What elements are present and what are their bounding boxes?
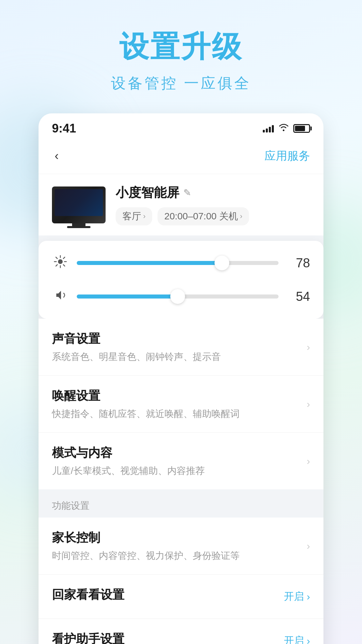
settings-sound-desc: 系统音色、明星音色、闹钟铃声、提示音 — [52, 351, 300, 363]
wifi-icon — [279, 123, 289, 134]
settings-parental-title: 家长控制 — [52, 530, 300, 546]
brightness-track — [77, 261, 279, 265]
settings-item-mode[interactable]: 模式与内容 儿童/长辈模式、视觉辅助、内容推荐 › — [39, 433, 323, 489]
settings-parental-arrow: › — [307, 540, 310, 552]
settings-homewatch-title: 回家看看设置 — [52, 587, 284, 603]
battery-icon — [293, 124, 310, 133]
app-services-button[interactable]: 应用服务 — [264, 148, 310, 164]
tv-image — [52, 186, 106, 223]
care-status: 开启 › — [284, 634, 310, 644]
volume-value: 54 — [287, 289, 310, 304]
brightness-fill — [77, 261, 222, 265]
brightness-row: 78 — [52, 253, 310, 273]
signal-icon — [263, 124, 274, 132]
device-tags: 客厅 › 20:00–07:00 关机 › — [116, 207, 310, 225]
status-bar: 9:41 — [39, 113, 323, 141]
device-name-row: 小度智能屏 ✎ — [116, 184, 310, 201]
settings-mode-desc: 儿童/长辈模式、视觉辅助、内容推荐 — [52, 465, 300, 477]
svg-point-0 — [58, 259, 63, 264]
controls-card: 78 54 — [39, 241, 323, 319]
volume-icon — [52, 288, 69, 305]
volume-fill — [77, 294, 178, 299]
settings-sound-arrow: › — [307, 341, 310, 353]
settings-item-parental[interactable]: 家长控制 时间管控、内容管控、视力保护、身份验证等 › — [39, 518, 323, 575]
settings-item-sound-content: 声音设置 系统音色、明星音色、闹钟铃声、提示音 — [52, 331, 300, 363]
care-status-text: 开启 — [284, 634, 304, 644]
settings-parental-content: 家长控制 时间管控、内容管控、视力保护、身份验证等 — [52, 530, 300, 562]
page-subtitle: 设备管控 一应俱全 — [111, 73, 251, 93]
svg-line-8 — [56, 265, 57, 266]
homewatch-status-text: 开启 — [284, 590, 304, 603]
brightness-thumb[interactable] — [215, 256, 229, 270]
schedule-chevron: › — [240, 212, 242, 221]
phone-mockup: 9:41 — [39, 113, 323, 644]
settings-item-wakeup[interactable]: 唤醒设置 快捷指令、随机应答、就近唤醒、辅助唤醒词 › — [39, 376, 323, 433]
svg-line-7 — [63, 257, 65, 258]
status-time: 9:41 — [52, 121, 76, 136]
device-info: 小度智能屏 ✎ 客厅 › 20:00–07:00 关机 › — [116, 184, 310, 225]
settings-care-title: 看护助手设置 — [52, 631, 284, 644]
settings-item-mode-content: 模式与内容 儿童/长辈模式、视觉辅助、内容推荐 — [52, 445, 300, 477]
brightness-value: 78 — [287, 256, 310, 270]
brightness-slider[interactable] — [77, 253, 279, 273]
settings-mode-title: 模式与内容 — [52, 445, 300, 461]
settings-section-function: 家长控制 时间管控、内容管控、视力保护、身份验证等 › 回家看看设置 开启 › … — [39, 518, 323, 644]
settings-wakeup-desc: 快捷指令、随机应答、就近唤醒、辅助唤醒词 — [52, 408, 300, 420]
volume-track — [77, 294, 279, 299]
device-card: 小度智能屏 ✎ 客厅 › 20:00–07:00 关机 › — [39, 174, 323, 235]
settings-item-care[interactable]: 看护助手设置 开启 › — [39, 619, 323, 644]
settings-wakeup-title: 唤醒设置 — [52, 388, 300, 404]
nav-bar: ‹ 应用服务 — [39, 141, 323, 174]
back-button[interactable]: ‹ — [52, 146, 61, 166]
homewatch-arrow: › — [307, 591, 310, 602]
schedule-tag[interactable]: 20:00–07:00 关机 › — [158, 207, 249, 225]
settings-homewatch-content: 回家看看设置 — [52, 587, 284, 606]
location-chevron: › — [143, 212, 145, 221]
tv-base — [67, 226, 90, 228]
function-section-header: 功能设置 — [39, 489, 323, 518]
settings-item-homewatch[interactable]: 回家看看设置 开启 › — [39, 575, 323, 619]
care-arrow: › — [307, 635, 310, 644]
status-icons — [263, 123, 310, 134]
tv-screen — [55, 189, 103, 216]
settings-mode-arrow: › — [307, 455, 310, 467]
page-title: 设置升级 — [119, 27, 243, 67]
brightness-icon — [52, 255, 69, 271]
svg-line-6 — [63, 265, 65, 266]
location-tag[interactable]: 客厅 › — [116, 207, 152, 225]
settings-parental-desc: 时间管控、内容管控、视力保护、身份验证等 — [52, 549, 300, 562]
settings-care-content: 看护助手设置 — [52, 631, 284, 644]
settings-sound-title: 声音设置 — [52, 331, 300, 347]
settings-item-wakeup-content: 唤醒设置 快捷指令、随机应答、就近唤醒、辅助唤醒词 — [52, 388, 300, 420]
settings-wakeup-arrow: › — [307, 398, 310, 410]
volume-row: 54 — [52, 286, 310, 307]
device-name: 小度智能屏 — [116, 184, 179, 201]
homewatch-status: 开启 › — [284, 590, 310, 603]
settings-item-sound[interactable]: 声音设置 系统音色、明星音色、闹钟铃声、提示音 › — [39, 319, 323, 376]
svg-line-5 — [56, 257, 57, 258]
volume-slider[interactable] — [77, 286, 279, 307]
settings-section-main: 声音设置 系统音色、明星音色、闹钟铃声、提示音 › 唤醒设置 快捷指令、随机应答… — [39, 319, 323, 489]
edit-icon[interactable]: ✎ — [183, 187, 191, 198]
volume-thumb[interactable] — [170, 289, 185, 304]
